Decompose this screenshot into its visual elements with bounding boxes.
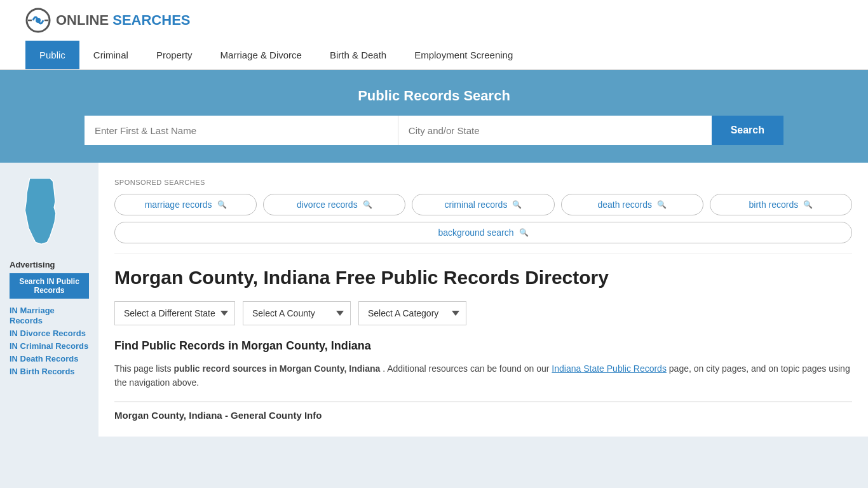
nav-link-employment[interactable]: Employment Screening: [400, 41, 527, 69]
tag-divorce[interactable]: divorce records 🔍: [263, 194, 405, 215]
nav-link-property[interactable]: Property: [142, 41, 207, 69]
nav-item-birth[interactable]: Birth & Death: [316, 41, 400, 69]
tag-criminal[interactable]: criminal records 🔍: [412, 194, 554, 215]
search-icon: 🔍: [363, 200, 372, 209]
desc-part1: This page lists: [114, 363, 173, 374]
state-map: [10, 175, 89, 247]
sponsored-label: SPONSORED SEARCHES: [114, 172, 852, 189]
nav-link-public[interactable]: Public: [25, 41, 79, 69]
tag-marriage[interactable]: marriage records 🔍: [114, 194, 257, 215]
county-info-heading: Morgan County, Indiana - General County …: [114, 402, 852, 421]
list-item[interactable]: IN Criminal Records: [10, 341, 89, 351]
search-icon: 🔍: [657, 200, 667, 209]
search-icon: 🔍: [803, 200, 813, 209]
logo-text: ONLINE SEARCHES: [56, 12, 191, 29]
list-item[interactable]: IN Marriage Records: [10, 305, 89, 325]
category-dropdown[interactable]: Select A Category: [358, 301, 466, 325]
nav-link-marriage[interactable]: Marriage & Divorce: [207, 41, 316, 69]
tag-background[interactable]: background search 🔍: [114, 222, 852, 243]
sidebar-links: IN Marriage Records IN Divorce Records I…: [10, 305, 89, 376]
indiana-map-svg: [10, 175, 73, 245]
logo: ONLINE SEARCHES: [25, 8, 191, 33]
nav-item-criminal[interactable]: Criminal: [79, 41, 142, 69]
logo-searches: SEARCHES: [112, 12, 190, 28]
list-item[interactable]: IN Death Records: [10, 353, 89, 363]
tag-divorce-label: divorce records: [297, 200, 358, 210]
nav-item-employment[interactable]: Employment Screening: [400, 41, 527, 69]
main-layout: Advertising Search IN Public Records IN …: [0, 163, 868, 437]
sidebar-link-divorce[interactable]: IN Divorce Records: [10, 329, 86, 338]
list-item[interactable]: IN Birth Records: [10, 366, 89, 376]
search-icon: 🔍: [519, 228, 529, 237]
tag-criminal-label: criminal records: [445, 200, 508, 210]
sidebar: Advertising Search IN Public Records IN …: [0, 163, 98, 437]
ad-button[interactable]: Search IN Public Records: [10, 273, 89, 299]
location-input[interactable]: [398, 116, 712, 145]
desc-part2: . Additional resources can be found on o…: [383, 363, 552, 374]
search-banner: Public Records Search Search: [0, 70, 868, 163]
logo-online: ONLINE: [56, 12, 109, 28]
state-dropdown[interactable]: Select a Different State: [114, 301, 235, 325]
tag-marriage-label: marriage records: [145, 200, 212, 210]
nav-link-criminal[interactable]: Criminal: [79, 41, 142, 69]
search-tags: marriage records 🔍 divorce records 🔍 cri…: [114, 194, 852, 243]
search-icon: 🔍: [217, 200, 227, 209]
page-title: Morgan County, Indiana Free Public Recor…: [114, 265, 852, 290]
svg-point-1: [36, 18, 41, 23]
nav-item-marriage[interactable]: Marriage & Divorce: [207, 41, 316, 69]
main-content: SPONSORED SEARCHES marriage records 🔍 di…: [98, 163, 868, 437]
desc-link[interactable]: Indiana State Public Records: [552, 363, 667, 374]
list-item[interactable]: IN Divorce Records: [10, 328, 89, 338]
advertising-label: Advertising: [10, 260, 89, 269]
description-text: This page lists public record sources in…: [114, 362, 852, 390]
tag-death-label: death records: [597, 200, 652, 210]
tag-birth[interactable]: birth records 🔍: [710, 194, 852, 215]
search-form: Search: [85, 116, 783, 145]
desc-bold: public record sources in Morgan County, …: [173, 363, 380, 374]
find-heading: Find Public Records in Morgan County, In…: [114, 339, 852, 353]
search-button[interactable]: Search: [712, 116, 783, 145]
nav-link-birth[interactable]: Birth & Death: [316, 41, 400, 69]
tag-death[interactable]: death records 🔍: [561, 194, 703, 215]
county-dropdown[interactable]: Select A County: [243, 301, 351, 325]
search-banner-title: Public Records Search: [25, 88, 843, 104]
nav-item-property[interactable]: Property: [142, 41, 207, 69]
sidebar-link-marriage[interactable]: IN Marriage Records: [10, 306, 55, 325]
sidebar-link-criminal[interactable]: IN Criminal Records: [10, 341, 88, 351]
sidebar-link-birth[interactable]: IN Birth Records: [10, 367, 75, 376]
logo-icon: [25, 8, 51, 33]
header: ONLINE SEARCHES: [0, 0, 868, 41]
tag-background-label: background search: [438, 227, 513, 238]
tag-birth-label: birth records: [749, 200, 799, 210]
dropdowns-row: Select a Different State Select A County…: [114, 301, 852, 325]
main-nav: Public Criminal Property Marriage & Divo…: [0, 41, 868, 70]
name-input[interactable]: [85, 116, 398, 145]
nav-item-public[interactable]: Public: [25, 41, 79, 69]
sponsored-section: SPONSORED SEARCHES marriage records 🔍 di…: [114, 172, 852, 254]
sidebar-link-death[interactable]: IN Death Records: [10, 354, 78, 363]
search-icon: 🔍: [512, 200, 522, 209]
